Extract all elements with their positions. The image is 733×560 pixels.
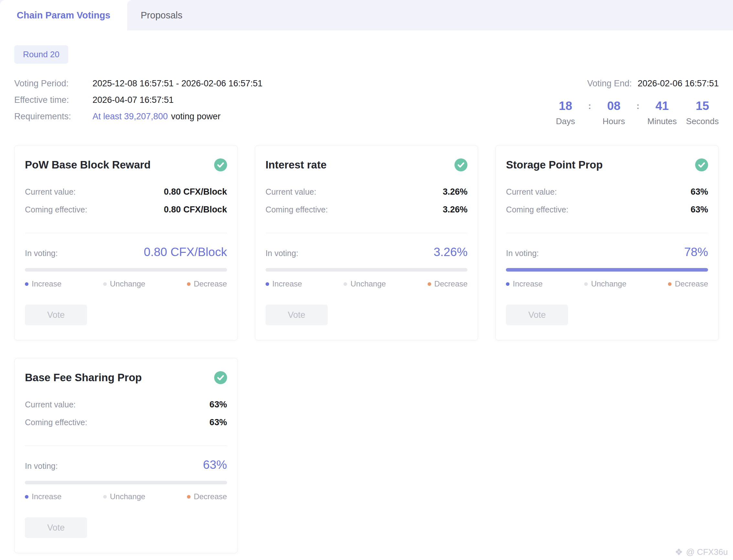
decrease-dot-icon [187,495,190,499]
vote-legend: Increase Unchange Decrease [506,279,708,288]
voting-end-label: Voting End: [587,79,632,88]
approved-check-icon [214,371,227,384]
tab-proposals[interactable]: Proposals [127,10,182,21]
countdown-separator: : [581,99,598,113]
divider [25,233,227,233]
coming-effective-label: Coming effective: [506,205,568,214]
vote-legend: Increase Unchange Decrease [25,492,227,501]
increase-dot-icon [25,282,28,286]
watermark-text: @ CFX36u [686,547,728,557]
current-value-label: Current value: [25,400,76,409]
voting-info-section: Voting Period: 2025-12-08 16:57:51 - 202… [14,75,719,126]
legend-unchange: Unchange [343,279,386,288]
voting-info-left: Voting Period: 2025-12-08 16:57:51 - 202… [14,75,262,126]
requirements-voting-power-value: At least 39,207,800 [92,112,168,121]
vote-button[interactable]: Vote [265,305,328,325]
voting-period-label: Voting Period: [14,75,92,92]
countdown-hours: 08 Hours [598,99,629,126]
current-value-label: Current value: [265,187,316,197]
vote-progress-bar [25,268,227,272]
coming-effective-label: Coming effective: [25,205,87,214]
header-corner-decoration [0,0,7,7]
watermark: ❖ @ CFX36u [675,547,728,557]
vote-button[interactable]: Vote [25,305,87,325]
vote-legend: Increase Unchange Decrease [25,279,227,288]
vote-button[interactable]: Vote [506,305,568,325]
voting-end-value: 2026-02-06 16:57:51 [638,79,719,88]
approved-check-icon [455,158,468,171]
decrease-dot-icon [668,282,672,286]
countdown-separator: : [629,99,646,113]
legend-unchange: Unchange [103,279,145,288]
countdown-timer: 18 Days : 08 Hours : 41 Minutes 15 Secon… [550,99,719,126]
coming-effective-value: 63% [210,417,227,427]
countdown-days: 18 Days [550,99,581,126]
current-value: 63% [691,187,708,197]
unchange-dot-icon [584,282,588,286]
in-voting-value: 3.26% [434,245,468,259]
legend-increase: Increase [506,279,543,288]
voting-card-interest-rate: Interest rate Current value: 3.26% Comin… [255,145,479,340]
current-value-label: Current value: [506,187,557,197]
legend-decrease: Decrease [187,279,227,288]
in-voting-value: 0.80 CFX/Block [144,245,227,259]
voting-end-section: Voting End:2026-02-06 16:57:51 18 Days :… [550,75,719,126]
voting-card-storage-point-prop: Storage Point Prop Current value: 63% Co… [495,145,719,340]
diamond-logo-icon: ❖ [675,547,683,557]
approved-check-icon [214,158,227,171]
in-voting-value: 63% [203,458,227,472]
requirements-row: Requirements: At least 39,207,800voting … [14,108,262,125]
divider [25,446,227,446]
current-value: 0.80 CFX/Block [164,187,227,197]
current-value: 3.26% [443,187,468,197]
unchange-dot-icon [103,282,107,286]
coming-effective-label: Coming effective: [265,205,328,214]
unchange-dot-icon [343,282,347,286]
divider [265,233,468,233]
voting-card-base-fee-sharing-prop: Base Fee Sharing Prop Current value: 63%… [14,358,238,553]
countdown-seconds: 15 Seconds [686,99,719,126]
coming-effective-value: 3.26% [443,205,468,215]
card-title: Interest rate [265,159,327,171]
round-badge: Round 20 [14,45,68,64]
in-voting-value: 78% [684,245,708,259]
approved-check-icon [695,158,708,171]
voting-period-row: Voting Period: 2025-12-08 16:57:51 - 202… [14,75,262,92]
unchange-dot-icon [103,495,107,499]
increase-dot-icon [25,495,28,499]
tab-chain-param-votings[interactable]: Chain Param Votings [0,0,127,30]
tab-bar: Proposals Chain Param Votings [0,0,733,30]
vote-button[interactable]: Vote [25,517,87,538]
coming-effective-value: 63% [691,205,708,215]
tab-bar-background: Proposals [127,0,733,30]
legend-decrease: Decrease [428,279,468,288]
effective-time-value: 2026-04-07 16:57:51 [92,92,174,108]
legend-decrease: Decrease [668,279,708,288]
vote-progress-bar [265,268,468,272]
in-voting-label: In voting: [25,249,58,258]
effective-time-row: Effective time: 2026-04-07 16:57:51 [14,92,262,108]
decrease-dot-icon [187,282,190,286]
increase-dot-icon [265,282,269,286]
card-title: Base Fee Sharing Prop [25,372,142,384]
legend-decrease: Decrease [187,492,227,501]
legend-increase: Increase [25,279,61,288]
in-voting-label: In voting: [265,249,298,258]
vote-progress-bar [25,481,227,484]
divider [506,233,708,233]
coming-effective-value: 0.80 CFX/Block [164,205,227,215]
decrease-dot-icon [428,282,431,286]
requirements-suffix: voting power [171,112,221,121]
coming-effective-label: Coming effective: [25,418,87,427]
vote-legend: Increase Unchange Decrease [265,279,468,288]
countdown-minutes: 41 Minutes [647,99,678,126]
voting-card-pow-base-block-reward: PoW Base Block Reward Current value: 0.8… [14,145,238,340]
effective-time-label: Effective time: [14,92,92,108]
card-title: Storage Point Prop [506,159,603,171]
vote-progress-bar [506,268,708,272]
in-voting-label: In voting: [25,461,58,471]
in-voting-label: In voting: [506,249,539,258]
voting-cards-grid: PoW Base Block Reward Current value: 0.8… [14,145,719,553]
legend-unchange: Unchange [103,492,145,501]
current-value-label: Current value: [25,187,76,197]
